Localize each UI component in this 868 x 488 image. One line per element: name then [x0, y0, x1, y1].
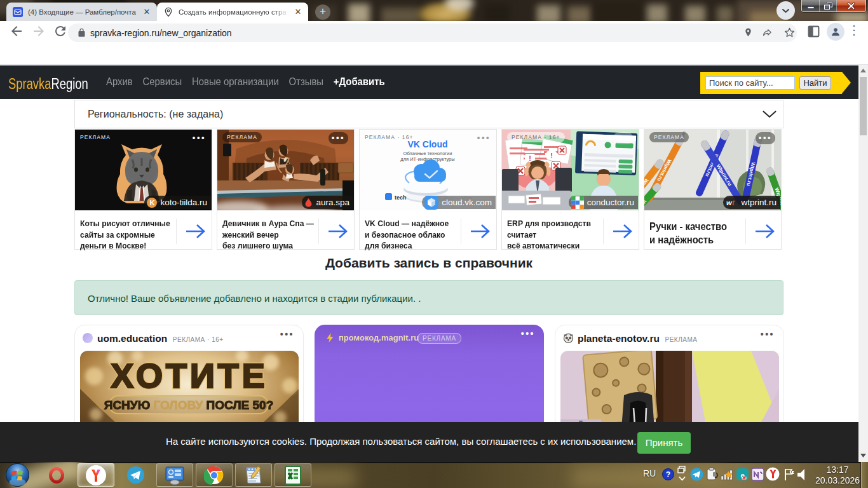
- svg-text:ЯСНУЮ ГОЛОВУ ПОСЛЕ 50?: ЯСНУЮ ГОЛОВУ ПОСЛЕ 50?: [104, 398, 274, 412]
- svg-text:ХОТИТЕ: ХОТИТЕ: [111, 356, 268, 395]
- svg-text:VK Cloud: VK Cloud: [408, 139, 448, 149]
- svg-text:t: t: [732, 199, 735, 207]
- svg-text:?: ?: [666, 470, 670, 479]
- svg-text:!: !: [550, 152, 553, 159]
- svg-text:Облачные технологии: Облачные технологии: [403, 151, 452, 156]
- svg-text:tech: tech: [395, 194, 407, 201]
- svg-text:!: !: [746, 476, 747, 480]
- svg-text:!: !: [529, 154, 531, 162]
